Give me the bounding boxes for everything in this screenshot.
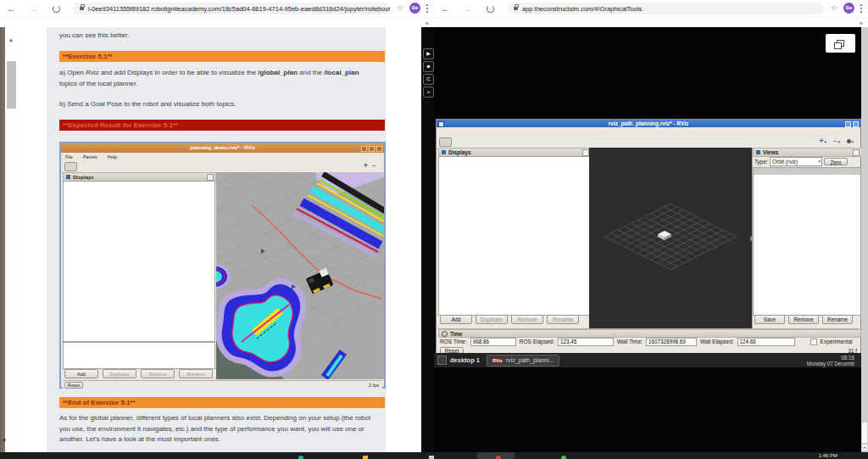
desktop-pager-icon[interactable]: [437, 355, 447, 365]
panel-button[interactable]: Rename: [822, 315, 853, 324]
tree-row[interactable]: [439, 204, 590, 211]
bookmark-item[interactable]: [104, 20, 113, 25]
reload-icon[interactable]: [53, 5, 60, 13]
ros-time-field[interactable]: [470, 338, 516, 346]
tree-row[interactable]: [439, 164, 590, 171]
browser-menu-icon[interactable]: [426, 8, 428, 9]
camera-tool-icon[interactable]: ▾: [847, 138, 854, 144]
side-panel-button[interactable]: »: [423, 87, 434, 98]
fullscreen-toggle-button[interactable]: [826, 34, 855, 53]
scrollbar-thumb[interactable]: [7, 61, 16, 109]
toolbar-button[interactable]: [439, 137, 452, 147]
toolbar-button[interactable]: [495, 137, 508, 147]
taskbar-app-icon[interactable]: [298, 456, 303, 459]
tree-row[interactable]: [439, 177, 590, 184]
bookmark-star-icon[interactable]: ☆: [831, 3, 837, 12]
tree-row[interactable]: [439, 184, 590, 191]
side-panel-button[interactable]: C: [423, 74, 434, 85]
tree-row[interactable]: [754, 202, 860, 209]
add-tool-icon[interactable]: ▾: [818, 138, 826, 144]
view-type-dropdown[interactable]: Orbit (rviz) ▾: [770, 157, 822, 166]
tree-row[interactable]: [439, 225, 590, 232]
toolbar-button[interactable]: [458, 137, 470, 147]
bookmark-item[interactable]: [85, 20, 93, 25]
window-buttons[interactable]: [845, 121, 859, 127]
avatar[interactable]: Be: [843, 3, 854, 14]
tree-row[interactable]: [439, 211, 590, 218]
bookmarks-overflow-icon[interactable]: »: [860, 20, 863, 27]
address-bar[interactable]: i-0ee93411355f89182.robotigniteacademy.c…: [73, 3, 390, 14]
bookmark-item[interactable]: [46, 20, 54, 25]
toolbar-button[interactable]: [514, 137, 526, 147]
panel-button[interactable]: Remove: [788, 315, 819, 324]
tree-row[interactable]: [439, 157, 590, 164]
panel-button[interactable]: Duplicate: [476, 315, 508, 324]
experimental-checkbox[interactable]: [810, 339, 817, 345]
tree-row[interactable]: [754, 216, 860, 222]
scrollbar-thumb[interactable]: [862, 423, 867, 443]
scroll-down-icon[interactable]: ▾: [862, 445, 867, 451]
bookmark-item[interactable]: [26, 20, 35, 25]
tree-row[interactable]: [439, 191, 590, 198]
side-panel-button[interactable]: ■: [423, 61, 434, 72]
tree-row[interactable]: [754, 188, 860, 195]
notebook-scrollbar[interactable]: ▲ ▼: [5, 27, 18, 452]
scroll-up-icon[interactable]: ▲: [8, 37, 14, 42]
bookmark-star-icon[interactable]: ☆: [397, 3, 403, 12]
panel-button[interactable]: Rename: [547, 315, 579, 324]
address-bar[interactable]: app.theconstructsim.com/#/GraphicalTools: [507, 3, 824, 14]
remove-tool-icon[interactable]: ▾: [832, 138, 840, 144]
wall-time-field[interactable]: [646, 338, 697, 346]
tree-row[interactable]: [754, 195, 860, 202]
tree-row[interactable]: [754, 209, 860, 216]
bookmark-item[interactable]: [65, 20, 74, 25]
taskbar-app-icon[interactable]: [496, 456, 501, 459]
tree-row[interactable]: [754, 168, 860, 175]
tree-row[interactable]: [754, 175, 860, 182]
taskbar-app-icon[interactable]: [429, 456, 434, 459]
toolbar-button[interactable]: [532, 137, 545, 147]
wall-elapsed-field[interactable]: [737, 338, 795, 346]
tree-row[interactable]: [439, 171, 590, 177]
panel-float-icon[interactable]: [582, 149, 589, 156]
bookmark-item[interactable]: [519, 20, 527, 25]
panel-button[interactable]: Save: [754, 315, 785, 324]
bookmark-item[interactable]: [499, 20, 508, 25]
toolbar-button[interactable]: [551, 137, 564, 147]
avatar[interactable]: Be: [409, 3, 420, 14]
tree-row[interactable]: [754, 182, 860, 188]
taskbar-window-button[interactable]: RViz rviz_path_planni...: [487, 355, 559, 367]
bookmark-item[interactable]: [460, 20, 469, 25]
panel-button[interactable]: Add: [440, 315, 472, 324]
bookmark-item[interactable]: [441, 20, 449, 25]
scroll-down-icon[interactable]: ▼: [2, 438, 7, 443]
panel-button[interactable]: Remove: [511, 315, 543, 324]
page-scrollbar[interactable]: ▾: [861, 27, 868, 452]
toolbar-button[interactable]: [570, 137, 582, 147]
tree-row[interactable]: [754, 222, 860, 229]
zero-button[interactable]: Zero: [824, 158, 848, 165]
bookmark-item[interactable]: [480, 20, 488, 25]
tree-row[interactable]: [754, 229, 860, 236]
taskbar-app-icon[interactable]: [363, 456, 368, 459]
bookmark-item[interactable]: [124, 20, 132, 25]
ros-elapsed-field[interactable]: [558, 338, 614, 346]
reload-icon[interactable]: [487, 5, 494, 13]
desktop-label[interactable]: desktop 1: [450, 356, 480, 364]
bookmark-item[interactable]: [558, 20, 566, 25]
bookmarks-overflow-icon[interactable]: »: [426, 20, 429, 27]
panel-float-icon[interactable]: [853, 149, 860, 156]
browser-menu-icon[interactable]: [860, 8, 862, 9]
side-panel-button[interactable]: ▶: [423, 48, 434, 59]
bookmark-item[interactable]: [7, 20, 15, 25]
toolbar-button[interactable]: [476, 137, 489, 147]
tree-row[interactable]: [439, 198, 590, 204]
rviz-titlebar[interactable]: rviz_path_planning.rviz* - RViz: [437, 120, 860, 127]
back-icon[interactable]: ←: [7, 3, 16, 14]
system-clock[interactable]: 1:46 PM: [819, 453, 837, 458]
taskbar-app-icon[interactable]: [561, 456, 566, 459]
bookmark-item[interactable]: [538, 20, 547, 25]
forward-icon[interactable]: →: [29, 3, 38, 14]
forward-icon[interactable]: →: [463, 3, 472, 14]
tree-row[interactable]: [439, 218, 590, 225]
